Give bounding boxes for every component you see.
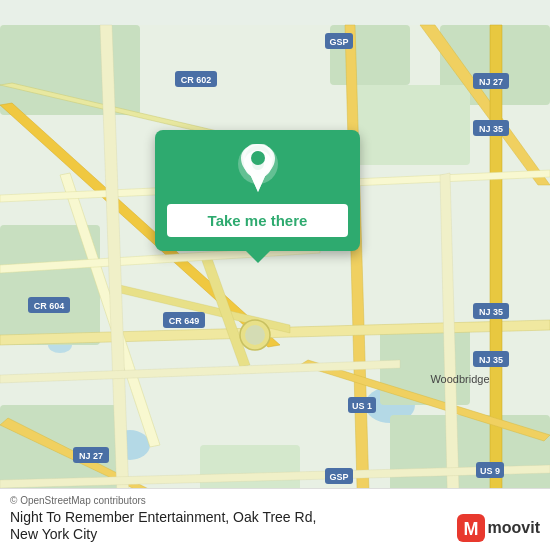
svg-rect-8 bbox=[350, 85, 470, 165]
moovit-icon: M bbox=[457, 514, 485, 542]
map-container: GSP CR 602 NJ 27 NJ 35 CR 604 CR 649 NJ … bbox=[0, 0, 550, 550]
moovit-text: moovit bbox=[488, 519, 540, 537]
svg-text:NJ 35: NJ 35 bbox=[479, 307, 503, 317]
bottom-info-bar: © OpenStreetMap contributors Night To Re… bbox=[0, 488, 550, 550]
svg-text:US 9: US 9 bbox=[480, 466, 500, 476]
svg-text:GSP: GSP bbox=[329, 37, 348, 47]
action-card: Take me there bbox=[155, 130, 360, 251]
map-attribution: © OpenStreetMap contributors bbox=[10, 495, 540, 506]
svg-point-15 bbox=[245, 325, 265, 345]
moovit-logo: M moovit bbox=[457, 514, 540, 542]
pin-icon-container bbox=[234, 146, 282, 194]
svg-text:GSP: GSP bbox=[329, 472, 348, 482]
svg-text:CR 602: CR 602 bbox=[181, 75, 212, 85]
svg-text:CR 649: CR 649 bbox=[169, 316, 200, 326]
svg-text:US 1: US 1 bbox=[352, 401, 372, 411]
take-me-there-button[interactable]: Take me there bbox=[167, 204, 348, 237]
svg-text:CR 604: CR 604 bbox=[34, 301, 65, 311]
svg-text:NJ 27: NJ 27 bbox=[479, 77, 503, 87]
svg-text:Woodbridge: Woodbridge bbox=[430, 373, 489, 385]
location-name: Night To Remember Entertainment, Oak Tre… bbox=[10, 508, 316, 526]
svg-text:M: M bbox=[463, 519, 478, 539]
svg-text:NJ 27: NJ 27 bbox=[79, 451, 103, 461]
location-city: New York City bbox=[10, 526, 316, 542]
svg-text:NJ 35: NJ 35 bbox=[479, 124, 503, 134]
location-pin-icon bbox=[236, 144, 280, 196]
svg-point-44 bbox=[251, 151, 265, 165]
svg-text:NJ 35: NJ 35 bbox=[479, 355, 503, 365]
map-background: GSP CR 602 NJ 27 NJ 35 CR 604 CR 649 NJ … bbox=[0, 0, 550, 550]
